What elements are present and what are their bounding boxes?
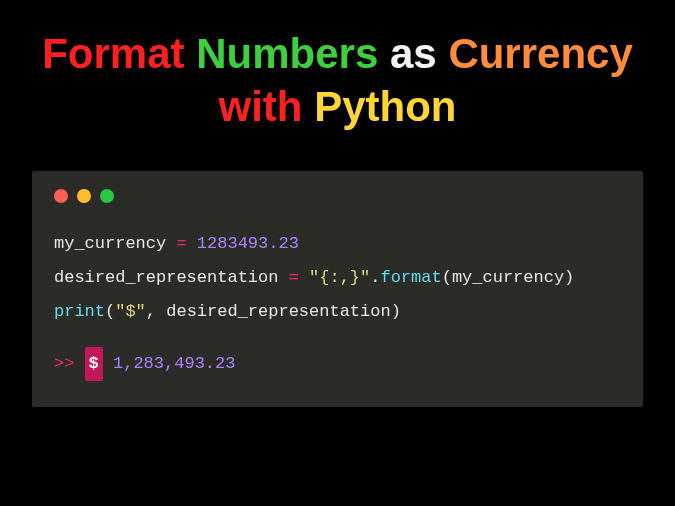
code-line-2: desired_representation = "{:,}".format(m… — [54, 261, 621, 295]
token-function: print — [54, 302, 105, 321]
code-line-3: print("$", desired_representation) — [54, 295, 621, 329]
token-paren: ( — [105, 302, 115, 321]
maximize-icon — [100, 189, 114, 203]
token-method: format — [380, 268, 441, 287]
title-word-python: Python — [314, 83, 456, 130]
token-comma: , — [146, 302, 156, 321]
code-block: my_currency = 1283493.23 desired_represe… — [54, 227, 621, 381]
code-line-1: my_currency = 1283493.23 — [54, 227, 621, 261]
token-variable: desired_representation — [166, 302, 390, 321]
page-title: Format Numbers as Currency with Python — [0, 28, 675, 133]
dollar-icon: $ — [85, 347, 103, 381]
title-word-with: with — [219, 83, 303, 130]
token-variable: desired_representation — [54, 268, 278, 287]
code-window: my_currency = 1283493.23 desired_represe… — [32, 171, 643, 407]
token-prompt: >> — [54, 354, 74, 373]
title-word-numbers: Numbers — [196, 30, 378, 77]
title-container: Format Numbers as Currency with Python — [0, 0, 675, 153]
token-variable: my_currency — [452, 268, 564, 287]
token-operator: = — [176, 234, 186, 253]
token-string: "$" — [115, 302, 146, 321]
token-output: 1,283,493.23 — [113, 354, 235, 373]
title-word-format: Format — [42, 30, 184, 77]
window-controls — [54, 189, 621, 203]
token-paren: ( — [442, 268, 452, 287]
token-number: 1283493.23 — [197, 234, 299, 253]
title-word-currency: Currency — [448, 30, 632, 77]
token-variable: my_currency — [54, 234, 166, 253]
close-icon — [54, 189, 68, 203]
token-paren: ) — [564, 268, 574, 287]
token-paren: ) — [391, 302, 401, 321]
minimize-icon — [77, 189, 91, 203]
output-line: >> $ 1,283,493.23 — [54, 347, 621, 381]
token-dot: . — [370, 268, 380, 287]
token-operator: = — [289, 268, 299, 287]
title-word-as: as — [390, 30, 437, 77]
token-string: "{:,}" — [309, 268, 370, 287]
